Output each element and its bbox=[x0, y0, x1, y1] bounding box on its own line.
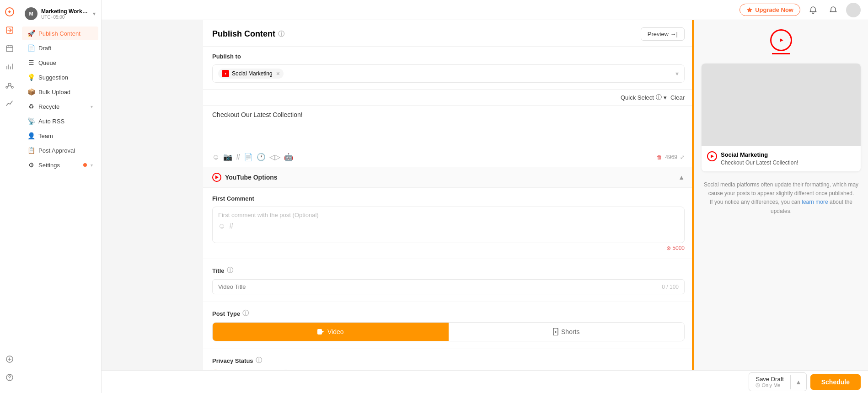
sidebar-item-recycle-label: Recycle bbox=[38, 103, 87, 110]
file-tool-icon[interactable]: 📄 bbox=[244, 153, 253, 161]
autorss-nav-icon: 📡 bbox=[27, 117, 35, 125]
sidebar-item-suggestion-label: Suggestion bbox=[38, 74, 93, 81]
youtube-options-title: YouTube Options bbox=[212, 173, 278, 182]
preview-disclaimer: Social media platforms often update thei… bbox=[702, 181, 861, 216]
sidebar-item-approval[interactable]: 📋 Post Approval bbox=[22, 143, 98, 157]
preview-card-text: Social Marketing Checkout Our Latest Col… bbox=[721, 151, 798, 166]
upgrade-button[interactable]: Upgrade Now bbox=[739, 4, 800, 16]
chart-icon[interactable] bbox=[1, 95, 18, 112]
post-type-label: Post Type ⓘ bbox=[212, 309, 685, 318]
sidebar-item-queue[interactable]: ☰ Queue bbox=[22, 56, 98, 69]
logo-icon[interactable] bbox=[1, 4, 18, 20]
video-type-button[interactable]: Video bbox=[213, 323, 449, 341]
svg-rect-2 bbox=[6, 46, 13, 52]
title-input-wrapper: 0 / 100 bbox=[212, 279, 685, 294]
sidebar-item-autorss[interactable]: 📡 Auto RSS bbox=[22, 114, 98, 128]
post-type-section: Post Type ⓘ Video Shorts bbox=[203, 302, 694, 349]
title-info-icon[interactable]: ⓘ bbox=[278, 30, 284, 38]
social-icon[interactable] bbox=[1, 77, 18, 93]
preview-card: Social Marketing Checkout Our Latest Col… bbox=[702, 64, 861, 171]
first-comment-label: First Comment bbox=[212, 195, 685, 202]
settings-chevron-icon: ▾ bbox=[91, 163, 93, 168]
post-type-info-icon[interactable]: ⓘ bbox=[242, 309, 249, 318]
save-draft-button: Save Draft Only Me ▲ bbox=[749, 372, 806, 391]
svg-point-5 bbox=[11, 86, 13, 88]
notifications-icon[interactable] bbox=[806, 3, 820, 17]
workspace-chevron-icon[interactable]: ▾ bbox=[93, 11, 96, 17]
first-comment-section: First Comment First comment with the pos… bbox=[203, 188, 694, 259]
sidebar-item-draft[interactable]: 📄 Draft bbox=[22, 41, 98, 55]
save-draft-chevron-icon[interactable]: ▲ bbox=[790, 375, 806, 389]
help-icon[interactable] bbox=[1, 369, 18, 386]
preview-button[interactable]: Preview →| bbox=[641, 27, 685, 41]
composer-textarea[interactable]: Checkout Our Latest Collection! bbox=[212, 111, 685, 148]
add-icon[interactable] bbox=[1, 351, 18, 367]
workspace-timezone: UTC+05:00 bbox=[41, 15, 89, 20]
quick-select-info-icon[interactable]: ⓘ bbox=[656, 93, 662, 101]
title-input[interactable] bbox=[218, 283, 662, 290]
title-label: Title ⓘ bbox=[212, 266, 685, 275]
schedule-button[interactable]: Schedule bbox=[810, 374, 861, 390]
nav-sidebar: M Marketing Workspra... UTC+05:00 ▾ 🚀 Pu… bbox=[19, 0, 102, 393]
channel-dropdown-icon[interactable]: ▾ bbox=[675, 70, 679, 77]
comment-hashtag-icon[interactable]: # bbox=[229, 222, 233, 230]
draft-nav-icon: 📄 bbox=[27, 44, 35, 52]
shorts-type-button[interactable]: Shorts bbox=[449, 323, 685, 341]
sidebar-item-publish[interactable]: 🚀 Publish Content bbox=[22, 27, 98, 40]
preview-yt-bar bbox=[772, 53, 790, 54]
quick-select-bar: Quick Select ⓘ ▾ Clear bbox=[203, 90, 694, 106]
workspace-info: Marketing Workspra... UTC+05:00 bbox=[41, 8, 89, 20]
sidebar-item-settings[interactable]: ⚙ Settings ▾ bbox=[22, 158, 98, 172]
sidebar-item-team[interactable]: 👤 Team bbox=[22, 129, 98, 143]
publish-to-label: Publish to bbox=[212, 53, 685, 60]
clock-tool-icon[interactable]: 🕐 bbox=[257, 153, 266, 161]
sidebar-item-draft-label: Draft bbox=[38, 45, 93, 52]
user-avatar[interactable] bbox=[846, 3, 861, 17]
workspace-name: Marketing Workspra... bbox=[41, 8, 89, 15]
main-wrapper: Publish Content ⓘ Preview →| Publish to … bbox=[203, 20, 868, 393]
mention-tool-icon[interactable]: ◁▷ bbox=[269, 153, 280, 161]
calendar-icon[interactable] bbox=[1, 40, 18, 57]
publish-icon[interactable] bbox=[1, 22, 18, 38]
preview-thumbnail bbox=[702, 64, 861, 146]
emoji-tool-icon[interactable]: ☺ bbox=[212, 153, 220, 161]
comment-emoji-icon[interactable]: ☺ bbox=[218, 222, 225, 230]
sidebar-item-bulk[interactable]: 📦 Bulk Upload bbox=[22, 85, 98, 99]
composer-count: 🗑 4969 ⤢ bbox=[657, 154, 685, 160]
privacy-info-icon[interactable]: ⓘ bbox=[256, 356, 262, 365]
clear-button[interactable]: Clear bbox=[670, 94, 685, 101]
ai-tool-icon[interactable]: 🤖 bbox=[284, 153, 293, 161]
save-draft-label: Save Draft bbox=[755, 376, 783, 382]
learn-more-link[interactable]: learn more bbox=[802, 199, 828, 205]
sidebar-item-recycle[interactable]: ♻ Recycle ▾ bbox=[22, 100, 98, 113]
title-info-icon[interactable]: ⓘ bbox=[227, 266, 233, 275]
bell-icon[interactable] bbox=[826, 3, 841, 17]
sidebar-item-autorss-label: Auto RSS bbox=[38, 118, 93, 125]
preview-channel-name: Social Marketing bbox=[721, 151, 798, 158]
channel-remove-icon[interactable]: × bbox=[276, 70, 280, 77]
image-tool-icon[interactable]: 📷 bbox=[223, 153, 232, 161]
sidebar-item-publish-label: Publish Content bbox=[38, 30, 93, 37]
page-title: Publish Content ⓘ bbox=[212, 29, 284, 39]
channel-selector[interactable]: Social Marketing × ▾ bbox=[212, 64, 685, 83]
save-draft-main[interactable]: Save Draft Only Me bbox=[749, 373, 790, 391]
workspace-header[interactable]: M Marketing Workspra... UTC+05:00 ▾ bbox=[19, 4, 101, 24]
sidebar-item-suggestion[interactable]: 💡 Suggestion bbox=[22, 70, 98, 84]
first-comment-box[interactable]: First comment with the post (Optional) ☺… bbox=[212, 207, 685, 243]
content-area: Publish Content ⓘ Preview →| Publish to … bbox=[203, 20, 694, 393]
channel-tag: Social Marketing × bbox=[218, 69, 284, 79]
youtube-channel-icon bbox=[222, 70, 229, 77]
settings-nav-icon: ⚙ bbox=[27, 161, 35, 169]
post-type-buttons: Video Shorts bbox=[212, 322, 685, 341]
upgrade-label: Upgrade Now bbox=[755, 6, 793, 13]
youtube-options-collapse-icon[interactable]: ▲ bbox=[678, 174, 685, 181]
composer-section: Checkout Our Latest Collection! ☺ 📷 # 📄 … bbox=[203, 106, 694, 167]
quick-select-chevron-icon: ▾ bbox=[664, 94, 667, 101]
youtube-options-header[interactable]: YouTube Options ▲ bbox=[203, 167, 694, 188]
hashtag-tool-icon[interactable]: # bbox=[236, 153, 240, 161]
expand-icon[interactable]: ⤢ bbox=[680, 154, 685, 160]
analytics-icon[interactable] bbox=[1, 58, 18, 75]
quick-select-button[interactable]: Quick Select ⓘ ▾ bbox=[621, 93, 667, 101]
sidebar-item-team-label: Team bbox=[38, 133, 93, 139]
first-comment-placeholder: First comment with the post (Optional) bbox=[218, 212, 679, 218]
